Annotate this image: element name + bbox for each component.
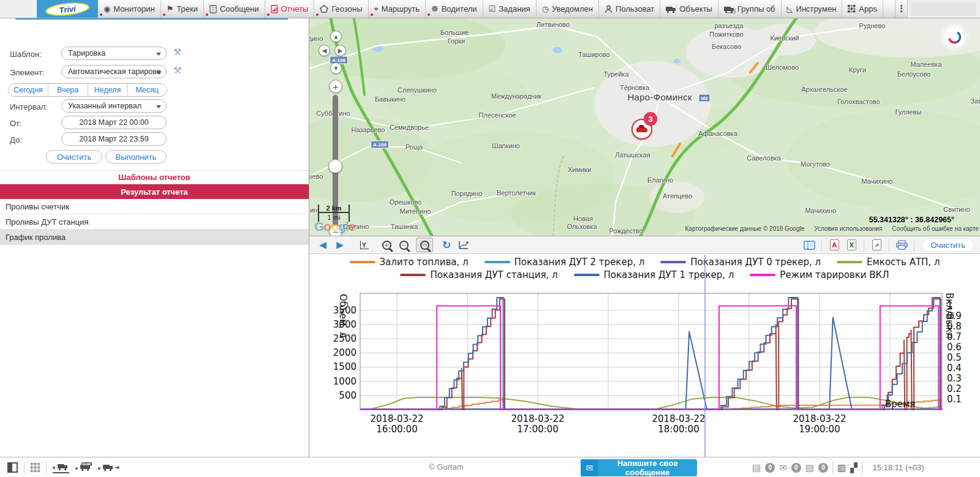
tab-label: Группы об bbox=[737, 4, 775, 13]
arrow-icon: ➜ bbox=[115, 465, 119, 470]
red-dot bbox=[267, 13, 270, 16]
tab-tools[interactable]: ◺Инструмен bbox=[782, 0, 843, 18]
chart-plot[interactable]: 3500300025002000150010005000.10.20.30.40… bbox=[309, 236, 980, 457]
globe-icon: ◉ bbox=[104, 5, 110, 13]
tab-apps[interactable]: Apps bbox=[842, 0, 883, 18]
element-select[interactable]: Автоматическая тарирово bbox=[61, 65, 167, 78]
svg-text:1500: 1500 bbox=[333, 361, 356, 372]
tab-unit-groups[interactable]: Группы об bbox=[718, 0, 782, 18]
pan-down-button[interactable]: ▼ bbox=[330, 62, 342, 74]
report-result-row[interactable]: Проливы счетчик bbox=[0, 199, 309, 214]
user-menu-redacted[interactable] bbox=[910, 2, 976, 16]
pan-right-button[interactable]: ▶ bbox=[334, 45, 346, 56]
write-message-button[interactable]: ✉ Напишите свое сообщение bbox=[581, 459, 697, 476]
plus-icon: + bbox=[333, 81, 339, 92]
top-navigation-bar: Trivi ◉Мониторин⚑ТрекиСообщениОтчетыГеоз… bbox=[0, 0, 980, 18]
search-icon bbox=[889, 4, 889, 13]
tab-units[interactable]: Объекты bbox=[660, 0, 718, 18]
write-message-label: Напишите свое сообщение bbox=[598, 459, 697, 477]
mail-out-icon[interactable]: ✉ bbox=[779, 462, 787, 473]
tab-messages[interactable]: Сообщени bbox=[204, 0, 265, 18]
search-button[interactable] bbox=[883, 0, 895, 18]
more-menu-button[interactable]: ⋮ bbox=[895, 0, 908, 18]
y-left-axis-title: Объем, л bbox=[337, 294, 349, 337]
element-value: Автоматическая тарирово bbox=[68, 67, 161, 76]
interval-select[interactable]: Указанный интервал bbox=[61, 99, 167, 113]
interval-label: Интервал: bbox=[10, 102, 48, 111]
tab-users[interactable]: Пользоват bbox=[599, 0, 660, 18]
template-label: Шаблон: bbox=[10, 50, 42, 59]
tab-label: Инструмен bbox=[796, 4, 837, 13]
map-attribution-item[interactable]: Сообщить об ошибке на карте bbox=[892, 225, 979, 232]
from-value: 2018 Март 22 00:00 bbox=[79, 118, 148, 127]
svg-text:2000: 2000 bbox=[333, 347, 356, 358]
tab-notifications[interactable]: ◷Уведомлен bbox=[537, 0, 599, 18]
map-attribution-item[interactable]: Условия использования bbox=[814, 225, 882, 232]
to-date-input[interactable]: 2018 Март 22 23:59 bbox=[61, 132, 167, 146]
report-icon bbox=[271, 5, 278, 13]
tab-label: Маршруть bbox=[382, 4, 420, 13]
show-unit-names-button[interactable]: NAME bbox=[75, 463, 92, 473]
svg-text:0.5: 0.5 bbox=[947, 352, 962, 363]
zoom-slider-thumb[interactable] bbox=[328, 159, 342, 173]
zoom-in-button[interactable]: + bbox=[329, 80, 342, 93]
tab-label: Отчеты bbox=[281, 4, 309, 13]
template-settings-button[interactable]: ⚒ bbox=[173, 47, 181, 58]
period-quick-buttons: СегодняВчераНеделяМесяц bbox=[8, 83, 167, 97]
map-book-icon[interactable]: ▞ bbox=[850, 462, 858, 473]
wialon-logo[interactable] bbox=[945, 28, 964, 47]
period-button-0[interactable]: Сегодня bbox=[9, 84, 48, 96]
flag-icon: ⚑ bbox=[167, 5, 174, 13]
tab-monitoring[interactable]: ◉Мониторин bbox=[98, 0, 161, 18]
clear-button[interactable]: Очистить bbox=[46, 150, 102, 163]
tab-jobs[interactable]: ☑Задания bbox=[483, 0, 537, 18]
image-icon[interactable]: ▨ bbox=[805, 462, 814, 473]
panels-icon[interactable]: ▥ bbox=[837, 462, 846, 473]
bottom-right-status: ▤0✉0▨0▥▞15:18:11 (+03) bbox=[752, 457, 924, 477]
svg-text:500: 500 bbox=[339, 390, 356, 401]
tab-drivers[interactable]: ☸Водители bbox=[426, 0, 483, 18]
map-panel[interactable]: одиноЛитвиноворазъездаПожитковоРудневоБо… bbox=[309, 18, 980, 236]
period-button-2[interactable]: Неделя bbox=[88, 84, 128, 96]
google-logo: Google bbox=[314, 219, 355, 234]
execute-button[interactable]: Выполнить bbox=[105, 150, 167, 163]
period-button-1[interactable]: Вчера bbox=[48, 84, 88, 96]
report-result-header[interactable]: Результат отчета bbox=[0, 184, 309, 199]
period-button-3[interactable]: Месяц bbox=[127, 84, 167, 96]
svg-text:0.1: 0.1 bbox=[947, 394, 962, 405]
logo-block[interactable]: Trivi bbox=[37, 0, 98, 18]
report-result-row[interactable]: График пролива bbox=[0, 230, 309, 245]
kebab-menu-icon: ⋮ bbox=[897, 4, 906, 13]
template-select[interactable]: Тарировка bbox=[61, 47, 167, 60]
tab-label: Пользоват bbox=[616, 4, 654, 13]
tab-label: Водители bbox=[442, 4, 477, 13]
element-label: Элемент: bbox=[10, 68, 45, 77]
report-result-row[interactable]: Проливы ДУТ станция bbox=[0, 214, 309, 230]
notice-doc-icon[interactable]: ▤ bbox=[752, 462, 761, 473]
chevron-right-icon: ▶ bbox=[338, 47, 343, 54]
follow-units-button[interactable]: ➜ bbox=[98, 463, 121, 473]
tab-reports[interactable]: Отчеты bbox=[265, 0, 315, 18]
pan-left-button[interactable]: ◀ bbox=[318, 45, 330, 56]
from-label: От: bbox=[10, 119, 22, 128]
clock: 15:18:11 (+03) bbox=[873, 463, 924, 472]
element-settings-button[interactable]: ⚒ bbox=[173, 65, 181, 76]
tab-label: Задания bbox=[499, 4, 530, 13]
tab-tracks[interactable]: ⚑Треки bbox=[161, 0, 204, 18]
svg-text:0.4: 0.4 bbox=[947, 362, 962, 374]
tab-routes[interactable]: ⌖Маршруть bbox=[369, 0, 426, 18]
tab-geofences[interactable]: Геозоны bbox=[314, 0, 368, 18]
grid-view-button[interactable] bbox=[31, 463, 40, 472]
hide-panel-button[interactable] bbox=[7, 462, 18, 473]
report-templates-header[interactable]: Шаблоны отчетов bbox=[0, 170, 309, 184]
pan-up-button[interactable]: ▲ bbox=[330, 31, 342, 42]
chevron-down-icon bbox=[156, 53, 161, 56]
marker-count-badge[interactable]: 3 bbox=[644, 112, 657, 126]
logo-text: Trivi bbox=[59, 4, 77, 15]
from-date-input[interactable]: 2018 Март 22 00:00 bbox=[61, 116, 167, 129]
show-units-on-map-button[interactable] bbox=[53, 462, 69, 473]
bottom-status-bar: NAME ➜ © Gurtam ✉ Напишите свое сообщени… bbox=[0, 457, 980, 477]
tab-label: Геозоны bbox=[331, 4, 362, 13]
truck-icon bbox=[58, 464, 68, 470]
x-axis-title: Время bbox=[885, 399, 915, 410]
